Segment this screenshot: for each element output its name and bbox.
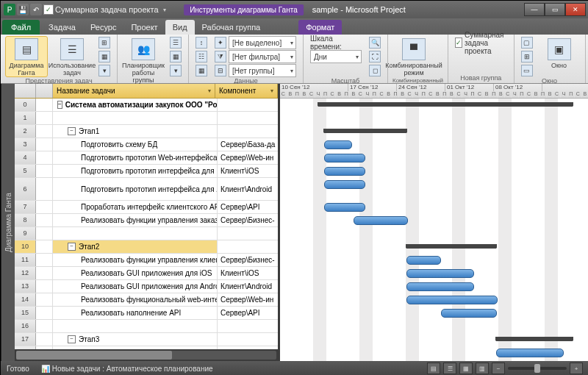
row-number[interactable]: 10: [15, 240, 36, 253]
table-row[interactable]: 9: [15, 227, 278, 240]
switch-window-button[interactable]: ▣ Окно: [538, 36, 581, 70]
network-diagram-button[interactable]: ⊞: [96, 36, 112, 49]
component-cell[interactable]: Сервер\Web-ин: [218, 293, 278, 306]
outline-toggle[interactable]: −: [68, 127, 76, 135]
view-gantt-icon[interactable]: ▤: [427, 362, 440, 374]
task-name-cell[interactable]: Реализовать GUI приложения для Android: [53, 280, 218, 293]
timeline-header[interactable]: 10 Сен '1217 Сен '1224 Сен '1201 Окт '12…: [280, 84, 588, 99]
file-tab[interactable]: Файл: [2, 20, 40, 35]
task-bar[interactable]: [354, 216, 408, 225]
filter-combo[interactable]: [Нет фильтра]: [229, 50, 296, 63]
task-bar[interactable]: [324, 167, 365, 176]
column-header-component[interactable]: Компонент▾: [215, 84, 278, 98]
component-cell[interactable]: Сервер\API: [218, 201, 278, 213]
table-row[interactable]: 17−Этап3: [15, 333, 278, 346]
summary-bar[interactable]: [496, 337, 573, 341]
selected-tasks-button[interactable]: ◻: [367, 64, 383, 77]
team-planner-button[interactable]: 👥 Планировщик работы группы: [122, 36, 165, 85]
row-number[interactable]: 3: [15, 138, 36, 151]
tab-resource[interactable]: Ресурс: [83, 20, 123, 35]
task-name-cell[interactable]: Подготовить прототип интерфейса для Andr…: [53, 178, 218, 200]
component-cell[interactable]: Сервер\API: [218, 307, 278, 319]
task-name-cell[interactable]: Подготовить прототип интерфейса для iOS: [53, 165, 218, 177]
task-bar[interactable]: [324, 154, 365, 162]
row-number[interactable]: 6: [15, 178, 36, 200]
zoom-button[interactable]: 🔍: [367, 36, 383, 49]
maximize-button[interactable]: ▭: [545, 3, 565, 16]
table-row[interactable]: 11Реализовать функции управления клиента…: [15, 254, 278, 267]
table-row[interactable]: 2−Этап1: [15, 125, 278, 138]
component-cell[interactable]: [218, 320, 278, 332]
row-number[interactable]: 9: [15, 227, 36, 240]
tab-project[interactable]: Проект: [123, 20, 165, 35]
table-row[interactable]: 5Подготовить прототип интерфейса для iOS…: [15, 165, 278, 178]
row-number[interactable]: 11: [15, 254, 36, 266]
component-cell[interactable]: Клиент\Android: [218, 178, 278, 200]
table-row[interactable]: 13Реализовать GUI приложения для Android…: [15, 280, 278, 293]
tab-task[interactable]: Задача: [41, 20, 83, 35]
row-number[interactable]: 13: [15, 280, 36, 293]
component-cell[interactable]: Клиент\iOS: [218, 165, 278, 177]
row-number[interactable]: 16: [15, 320, 36, 332]
row-number[interactable]: 12: [15, 267, 36, 279]
row-number[interactable]: 17: [15, 333, 36, 346]
component-cell[interactable]: Клиент\Android: [218, 280, 278, 293]
view-usage-icon[interactable]: ☰: [443, 362, 456, 374]
qat-checkbox[interactable]: ✓: [43, 4, 54, 15]
task-name-cell[interactable]: Реализовать функции управления заказами: [53, 214, 218, 226]
resource-sheet-button[interactable]: ▦: [168, 50, 184, 63]
component-cell[interactable]: Сервер\Web-ин: [218, 151, 278, 164]
task-bar[interactable]: [324, 203, 365, 212]
row-number[interactable]: 15: [15, 307, 36, 319]
outline-button[interactable]: ☷: [193, 50, 209, 63]
task-name-cell[interactable]: −Этап3: [53, 333, 218, 346]
sort-button[interactable]: ↕: [193, 36, 209, 49]
table-row[interactable]: 16: [15, 320, 278, 333]
save-icon[interactable]: 💾: [17, 4, 29, 15]
task-name-cell[interactable]: −Этап1: [53, 125, 218, 138]
timeline-week[interactable]: 10 Сен '12: [280, 84, 348, 91]
component-cell[interactable]: [218, 125, 278, 138]
component-cell[interactable]: [218, 112, 278, 124]
row-number[interactable]: 5: [15, 165, 36, 177]
task-usage-button[interactable]: ☰ Использование задач: [51, 36, 93, 77]
task-name-cell[interactable]: Реализовать наполнение API: [53, 307, 218, 319]
other-views-button[interactable]: ▾: [96, 64, 112, 77]
close-button[interactable]: ✕: [565, 3, 586, 16]
indicator-header[interactable]: [36, 84, 53, 98]
task-name-cell[interactable]: [53, 227, 218, 240]
row-number-header[interactable]: [15, 84, 36, 98]
summary-task-checkbox[interactable]: ✓: [455, 38, 462, 48]
zoom-slider[interactable]: [508, 367, 567, 370]
component-cell[interactable]: Сервер\Бизнес-: [218, 254, 278, 266]
component-cell[interactable]: Сервер\База-да: [218, 138, 278, 151]
table-row[interactable]: 8Реализовать функции управления заказами…: [15, 214, 278, 227]
new-window-button[interactable]: ▢: [519, 36, 535, 49]
entire-project-button[interactable]: ⛶: [367, 50, 383, 63]
component-cell[interactable]: [218, 333, 278, 346]
zoom-out-icon[interactable]: −: [492, 362, 505, 374]
tab-format[interactable]: Формат: [298, 20, 342, 35]
timeline-week[interactable]: 17 Сен '12: [348, 84, 397, 91]
gantt-chart-button[interactable]: ▤ Диаграмма Ганта: [5, 36, 48, 77]
table-row[interactable]: 15Реализовать наполнение APIСервер\API: [15, 307, 278, 320]
task-bar[interactable]: [406, 256, 441, 265]
tables-button[interactable]: ▦: [193, 64, 209, 77]
gantt-body[interactable]: [280, 99, 588, 361]
row-number[interactable]: 7: [15, 201, 36, 213]
column-dropdown-icon[interactable]: ▾: [270, 88, 273, 94]
task-bar[interactable]: [324, 140, 352, 149]
task-bar[interactable]: [441, 309, 497, 318]
table-row[interactable]: 6Подготовить прототип интерфейса для And…: [15, 178, 278, 201]
component-cell[interactable]: [218, 240, 278, 253]
task-name-cell[interactable]: [53, 112, 218, 124]
task-name-cell[interactable]: Реализовать GUI приложения для iOS: [53, 267, 218, 279]
outline-toggle[interactable]: −: [57, 101, 62, 109]
task-bar[interactable]: [406, 296, 498, 304]
table-row[interactable]: 1: [15, 112, 278, 125]
outline-toggle[interactable]: −: [68, 335, 76, 343]
row-number[interactable]: 8: [15, 214, 36, 226]
row-number[interactable]: 1: [15, 112, 36, 124]
column-header-name[interactable]: Название задачи▾: [53, 84, 215, 98]
app-icon[interactable]: P: [4, 4, 15, 15]
